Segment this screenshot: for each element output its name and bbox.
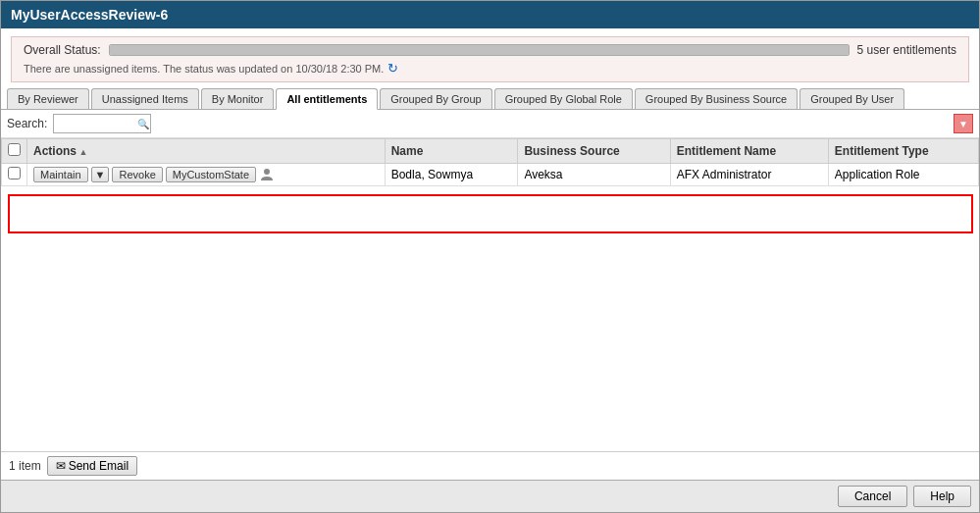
table-row: Maintain ▼ Revoke MyCustomState	[2, 164, 979, 186]
row-business-source-cell: Aveksa	[518, 164, 670, 186]
toolbar-row: Search: ▼	[1, 110, 979, 138]
table-area: Actions Name Business Source Entitlement…	[1, 138, 979, 451]
maintain-dropdown[interactable]: ▼	[91, 167, 110, 182]
row-checkbox-cell	[2, 164, 27, 186]
red-highlight-box	[8, 194, 973, 233]
send-email-button[interactable]: ✉ Send Email	[47, 456, 137, 476]
table-header-row: Actions Name Business Source Entitlement…	[2, 139, 979, 164]
maintain-button[interactable]: Maintain	[33, 167, 88, 182]
tabs-row: By Reviewer Unassigned Items By Monitor …	[1, 88, 979, 110]
tab-all-entitlements[interactable]: All entitlements	[276, 88, 378, 110]
search-label: Search:	[7, 117, 47, 130]
refresh-icon[interactable]: ↻	[387, 61, 398, 76]
search-input[interactable]	[53, 114, 151, 133]
mycustomstate-button[interactable]: MyCustomState	[166, 167, 256, 182]
entitlements-table: Actions Name Business Source Entitlement…	[1, 138, 979, 241]
svg-point-0	[264, 169, 270, 175]
footer-bar: Cancel Help	[1, 480, 979, 512]
email-icon: ✉	[56, 459, 66, 473]
progress-bar-fill	[110, 45, 849, 55]
th-name: Name	[385, 139, 518, 164]
tab-by-monitor[interactable]: By Monitor	[201, 88, 275, 109]
red-box-cell	[2, 186, 979, 242]
th-entitlement-type: Entitlement Type	[828, 139, 978, 164]
overall-status-label: Overall Status:	[24, 43, 101, 57]
status-bar: Overall Status: 5 user entitlements Ther…	[11, 36, 969, 82]
row-checkbox[interactable]	[8, 167, 21, 180]
help-button[interactable]: Help	[913, 486, 971, 507]
row-entitlement-type-cell: Application Role	[828, 164, 978, 186]
row-name-cell: Bodla, Sowmya	[385, 164, 518, 186]
cancel-button[interactable]: Cancel	[838, 486, 907, 507]
window-title: MyUserAccessReview-6	[11, 7, 168, 23]
red-box-row	[2, 186, 979, 242]
tab-unassigned-items[interactable]: Unassigned Items	[91, 88, 199, 109]
row-entitlement-name-cell: AFX Administrator	[670, 164, 828, 186]
tab-grouped-by-global-role[interactable]: Grouped By Global Role	[494, 88, 633, 109]
status-info-row: There are unassigned items. The status w…	[24, 61, 956, 76]
tab-grouped-by-user[interactable]: Grouped By User	[799, 88, 904, 109]
status-info-text: There are unassigned items. The status w…	[24, 63, 384, 75]
tab-by-reviewer[interactable]: By Reviewer	[7, 88, 89, 109]
select-all-checkbox[interactable]	[8, 143, 21, 156]
bottom-bar: 1 item ✉ Send Email	[1, 451, 979, 480]
main-content: Overall Status: 5 user entitlements Ther…	[1, 28, 979, 512]
th-business-source: Business Source	[518, 139, 670, 164]
search-wrapper	[53, 114, 151, 133]
user-icon	[259, 167, 275, 182]
row-actions-cell: Maintain ▼ Revoke MyCustomState	[27, 164, 386, 186]
tab-grouped-by-group[interactable]: Grouped By Group	[380, 88, 491, 109]
tab-grouped-by-business-source[interactable]: Grouped By Business Source	[635, 88, 798, 109]
main-window: MyUserAccessReview-6 Overall Status: 5 u…	[0, 0, 980, 513]
th-entitlement-name: Entitlement Name	[670, 139, 828, 164]
th-checkbox	[2, 139, 27, 164]
expand-button[interactable]: ▼	[954, 114, 973, 133]
title-bar: MyUserAccessReview-6	[1, 1, 979, 28]
status-count: 5 user entitlements	[857, 43, 956, 57]
th-actions: Actions	[27, 139, 386, 164]
action-buttons: Maintain ▼ Revoke MyCustomState	[33, 167, 379, 182]
send-email-label: Send Email	[69, 459, 129, 473]
progress-bar-container	[109, 44, 850, 56]
revoke-button[interactable]: Revoke	[112, 167, 162, 182]
item-count: 1 item	[9, 459, 41, 473]
